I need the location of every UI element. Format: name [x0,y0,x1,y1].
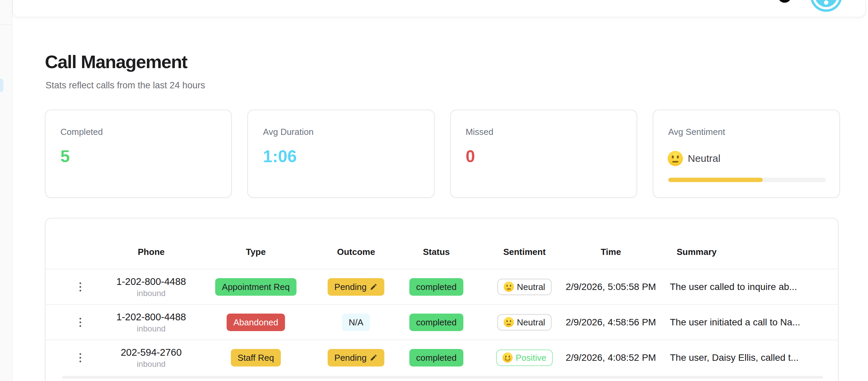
call-summary: The user called to inquire ab... [670,282,797,292]
avg-sentiment-value: Neutral [688,153,721,164]
outcome-label: Pending [334,282,367,292]
phone-number: 1-202-800-4488 [116,311,186,323]
stat-card-completed: Completed 5 [45,110,232,198]
type-badge: Appointment Req [215,278,297,296]
sentiment-progress-track [668,178,826,182]
stat-card-avg-duration: Avg Duration 1:06 [247,110,434,198]
table-row[interactable]: 1-202-800-4488 inbound Appointment Req P… [46,269,838,304]
row-cell-type: Abandoned [226,314,285,331]
sidebar-active-item-indicator[interactable] [0,79,3,92]
smiling-face-icon [503,353,513,363]
row-menu-button[interactable] [77,350,84,365]
sentiment-progress-fill [668,178,763,182]
page-title: Call Management [45,51,187,72]
sentiment-label: Neutral [517,317,545,327]
phone-number: 202-594-2760 [121,346,182,358]
page-subtitle: Stats reflect calls from the last 24 hou… [46,80,205,91]
horizontal-scrollbar[interactable] [62,376,823,379]
row-cell-phone: 202-594-2760 inbound [121,346,182,369]
row-cell-type: Staff Req [231,349,281,367]
phone-number: 1-202-800-4488 [116,275,186,288]
column-header-summary: Summary [677,247,717,257]
call-direction: inbound [116,324,186,334]
row-cell-time: 2/9/2026, 5:05:58 PM [566,282,656,292]
row-cell-status: completed [409,349,463,367]
row-cell-menu [77,350,84,365]
status-badge: completed [409,349,463,367]
outcome-badge[interactable]: Pending [328,349,384,367]
neutral-face-icon [504,282,514,292]
stat-label: Completed [60,126,216,137]
sidebar-rail [0,0,12,381]
row-cell-outcome: Pending [328,349,384,367]
row-menu-button[interactable] [77,315,84,329]
outcome-label: Pending [334,352,367,363]
row-cell-phone: 1-202-800-4488 inbound [116,275,186,298]
call-time: 2/9/2026, 5:05:58 PM [566,282,656,292]
table-row[interactable]: 1-202-800-4488 inbound Abandoned N/A com… [46,304,838,340]
row-cell-status: completed [409,278,463,296]
row-cell-outcome: Pending [328,278,384,296]
stat-label: Avg Sentiment [668,126,824,137]
sentiment-badge: Neutral [497,314,552,330]
stat-value: 1:06 [263,147,419,166]
call-summary: The user initiated a call to Na... [670,317,800,327]
call-direction: inbound [116,288,186,298]
call-direction: inbound [121,359,182,369]
stat-value: 0 [466,147,622,166]
row-cell-menu [77,280,84,294]
calls-table: Phone Type Outcome Status Sentiment Time… [45,218,839,381]
avg-sentiment-value-row: Neutral [668,151,824,166]
type-badge: Abandoned [226,314,285,331]
row-cell-time: 2/9/2026, 4:08:52 PM [566,352,656,363]
call-time: 2/9/2026, 4:58:56 PM [566,317,656,327]
row-cell-outcome: N/A [342,314,370,331]
edit-pencil-icon[interactable] [370,354,378,361]
avatar[interactable] [810,0,842,12]
row-cell-summary: The user, Daisy Ellis, called t... [670,352,798,363]
type-badge: Staff Req [231,349,281,367]
stat-label: Avg Duration [263,126,419,137]
stat-value: 5 [60,147,216,166]
call-management-page: Call Management Stats reflect calls from… [0,0,868,381]
row-cell-sentiment: Neutral [497,314,552,330]
sentiment-badge: Positive [496,349,553,366]
stat-card-avg-sentiment: Avg Sentiment Neutral [653,110,840,198]
table-row[interactable]: 202-594-2760 inbound Staff Req Pending c… [46,340,838,375]
row-cell-summary: The user called to inquire ab... [670,282,797,292]
theme-toggle-icon[interactable] [778,0,791,3]
row-cell-summary: The user initiated a call to Na... [670,317,800,328]
edit-pencil-icon[interactable] [370,283,378,291]
stats-cards: Completed 5 Avg Duration 1:06 Missed 0 A… [45,110,840,198]
row-menu-button[interactable] [77,280,84,294]
row-cell-type: Appointment Req [215,278,297,296]
row-cell-time: 2/9/2026, 4:58:56 PM [566,317,656,328]
column-header-type: Type [246,247,266,257]
column-header-status: Status [423,247,450,257]
row-cell-status: completed [409,314,463,331]
row-cell-menu [77,315,84,329]
status-badge: completed [409,278,463,296]
sentiment-badge: Neutral [497,279,552,295]
sentiment-label: Neutral [517,282,545,292]
stat-label: Missed [466,126,622,137]
row-cell-sentiment: Neutral [497,279,552,295]
stat-card-missed: Missed 0 [450,110,637,198]
outcome-badge: N/A [342,314,370,331]
status-badge: completed [409,314,463,331]
table-header-row: Phone Type Outcome Status Sentiment Time… [46,218,838,269]
column-header-outcome: Outcome [337,247,375,257]
sentiment-label: Positive [516,352,546,363]
sidebar-divider [0,25,12,25]
call-summary: The user, Daisy Ellis, called t... [670,352,798,363]
row-cell-sentiment: Positive [496,349,553,366]
neutral-face-icon [504,317,514,327]
avatar-image [815,0,837,7]
column-header-sentiment: Sentiment [503,247,546,257]
call-time: 2/9/2026, 4:08:52 PM [566,352,656,363]
column-header-phone: Phone [138,247,164,257]
outcome-badge[interactable]: Pending [328,278,384,296]
top-bar [12,0,866,17]
row-cell-phone: 1-202-800-4488 inbound [116,311,186,334]
neutral-face-icon [668,151,683,166]
